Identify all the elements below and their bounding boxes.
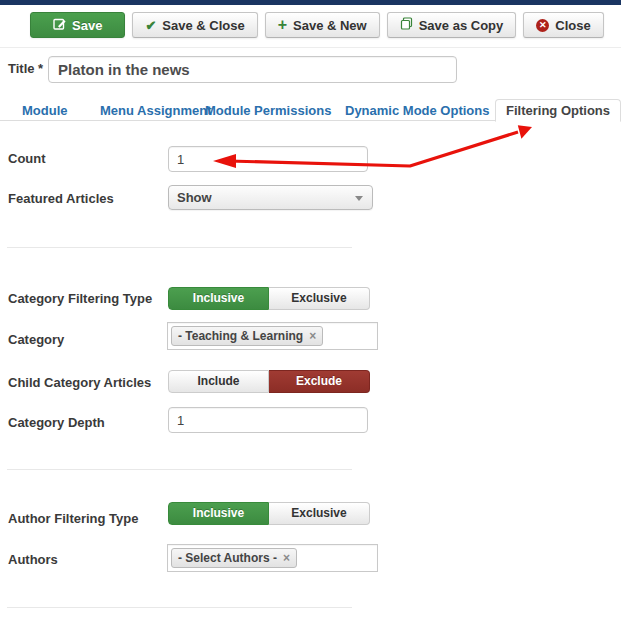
authors-tag: - Select Authors - × [171,548,297,568]
authors-label: Authors [8,552,58,567]
child-category-include-button[interactable]: Include [168,370,269,393]
tab-filtering-options[interactable]: Filtering Options [495,99,621,122]
category-depth-label: Category Depth [8,415,105,430]
toolbar-divider [0,47,621,48]
remove-tag-icon[interactable]: × [283,552,290,564]
section-divider [7,607,352,608]
author-filtering-type-toggle: Inclusive Exclusive [168,502,370,525]
section-divider [7,247,352,248]
save-button[interactable]: Save [30,12,125,38]
author-filtering-exclusive-button[interactable]: Exclusive [269,502,370,525]
count-input[interactable] [168,146,368,172]
close-icon: ✕ [536,19,549,32]
child-category-articles-toggle: Include Exclude [168,370,370,393]
tab-menu-assignment[interactable]: Menu Assignment [100,103,211,118]
chevron-down-icon [355,196,363,201]
category-filtering-inclusive-button[interactable]: Inclusive [168,287,269,310]
author-filtering-type-label: Author Filtering Type [8,511,138,526]
author-filtering-inclusive-button[interactable]: Inclusive [168,502,269,525]
authors-tag-label: - Select Authors - [178,551,277,565]
title-label: Title * [8,61,43,76]
save-as-copy-label: Save as Copy [419,18,504,33]
save-as-copy-button[interactable]: Save as Copy [387,12,517,38]
category-filtering-exclusive-button[interactable]: Exclusive [269,287,370,310]
title-input[interactable] [48,56,457,83]
copy-icon [400,17,413,33]
category-tag-label: - Teaching & Learning [178,329,303,343]
save-and-new-button[interactable]: + Save & New [265,12,380,38]
category-depth-input[interactable] [168,407,368,433]
close-button-label: Close [555,18,590,33]
category-filtering-type-toggle: Inclusive Exclusive [168,287,370,310]
check-icon: ✔ [145,18,156,33]
category-label: Category [8,332,64,347]
toolbar: Save ✔ Save & Close + Save & New Save as… [30,12,604,38]
save-and-new-label: Save & New [293,18,367,33]
save-and-close-label: Save & Close [162,18,244,33]
category-tag: - Teaching & Learning × [171,326,323,346]
save-icon [53,17,66,33]
tab-module[interactable]: Module [22,103,68,118]
authors-multiselect[interactable]: - Select Authors - × [167,544,378,572]
close-button[interactable]: ✕ Close [523,12,603,38]
count-label: Count [8,151,46,166]
remove-tag-icon[interactable]: × [309,330,316,342]
featured-articles-label: Featured Articles [8,191,114,206]
save-and-close-button[interactable]: ✔ Save & Close [132,12,257,38]
featured-articles-value: Show [177,190,212,205]
category-multiselect[interactable]: - Teaching & Learning × [167,322,378,350]
category-filtering-type-label: Category Filtering Type [8,291,152,306]
module-edit-page: Save ✔ Save & Close + Save & New Save as… [0,0,621,636]
annotation-arrow [0,0,621,636]
featured-articles-select[interactable]: Show [168,185,373,210]
child-category-articles-label: Child Category Articles [8,375,151,390]
tab-module-permissions[interactable]: Module Permissions [205,103,331,118]
tab-dynamic-mode-options[interactable]: Dynamic Mode Options [345,103,489,118]
child-category-exclude-button[interactable]: Exclude [269,370,370,393]
plus-icon: + [278,18,287,32]
save-button-label: Save [72,18,102,33]
admin-top-bar [0,0,621,5]
section-divider [7,469,352,470]
